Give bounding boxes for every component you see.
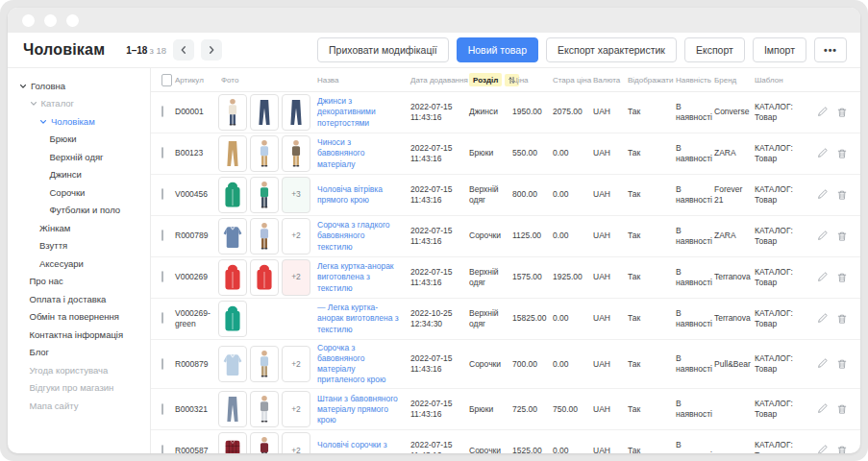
- more-photos-badge[interactable]: +2: [282, 391, 310, 427]
- product-photo[interactable]: [218, 177, 247, 213]
- edit-product-button[interactable]: [817, 148, 828, 159]
- delete-product-button[interactable]: [837, 272, 847, 283]
- sidebar-item-women[interactable]: Жінкам: [8, 219, 150, 237]
- sidebar-item-home[interactable]: Головна: [8, 77, 150, 95]
- product-photo[interactable]: [218, 301, 247, 337]
- table-row: D00001Джинси з декоративними потертостям…: [151, 92, 860, 133]
- product-photo[interactable]: [218, 432, 247, 453]
- product-name-link[interactable]: Легка куртка-анорак виготовлена з тексти…: [317, 261, 404, 293]
- next-page-button[interactable]: [201, 39, 222, 61]
- delete-product-button[interactable]: [837, 148, 847, 159]
- product-photo[interactable]: [218, 391, 247, 427]
- row-checkbox[interactable]: [161, 271, 163, 282]
- more-photos-badge[interactable]: +3: [282, 177, 310, 213]
- row-checkbox[interactable]: [161, 106, 163, 117]
- product-name-link[interactable]: Чоловічі сорочки з легкого текстилю: [317, 440, 404, 453]
- sidebar-item-accessories[interactable]: Аксесуари: [8, 255, 150, 273]
- delete-product-button[interactable]: [837, 313, 847, 325]
- product-photo[interactable]: [218, 259, 247, 296]
- more-photos-badge[interactable]: +2: [282, 432, 310, 453]
- sidebar-item-shirts[interactable]: Сорочки: [8, 183, 150, 202]
- select-all-checkbox[interactable]: [161, 74, 172, 86]
- product-photo[interactable]: [250, 346, 279, 382]
- edit-product-button[interactable]: [817, 107, 828, 118]
- window-control-dot[interactable]: [44, 14, 57, 27]
- row-checkbox[interactable]: [161, 312, 163, 324]
- sidebar-item-trousers[interactable]: Брюки: [8, 131, 150, 149]
- product-photo[interactable]: [250, 135, 279, 172]
- edit-product-button[interactable]: [817, 403, 828, 415]
- product-photo[interactable]: [218, 94, 247, 131]
- sidebar-item-contact-info[interactable]: Контактна інформація: [8, 326, 150, 344]
- more-actions-button[interactable]: •••: [814, 37, 847, 62]
- sidebar-item-sitemap[interactable]: Мапа сайту: [8, 397, 150, 415]
- more-photos-badge[interactable]: +2: [282, 259, 310, 296]
- row-checkbox[interactable]: [161, 188, 163, 200]
- row-checkbox[interactable]: [161, 403, 163, 415]
- product-name-link[interactable]: Сорочка з бавовняного матеріалу притален…: [317, 343, 404, 385]
- row-checkbox[interactable]: [161, 445, 163, 453]
- product-photo[interactable]: [250, 391, 279, 427]
- window-control-dot[interactable]: [66, 14, 79, 27]
- sidebar-item-shoes[interactable]: Взуття: [8, 237, 150, 255]
- delete-product-button[interactable]: [837, 403, 847, 415]
- sidebar-item-jeans[interactable]: Джинси: [8, 166, 150, 184]
- product-photo[interactable]: [250, 432, 279, 453]
- sidebar-item-label: Контактна інформація: [30, 329, 124, 340]
- product-photo[interactable]: [218, 346, 247, 382]
- export-button[interactable]: Експорт: [684, 37, 745, 62]
- column-header-section[interactable]: Розділ: [466, 73, 509, 86]
- sidebar-item-about-us[interactable]: Про нас: [8, 273, 150, 291]
- delete-product-button[interactable]: [837, 107, 847, 118]
- sidebar-item-tshirts-polo[interactable]: Футболки и поло: [8, 202, 150, 220]
- edit-product-button[interactable]: [817, 272, 828, 283]
- sidebar-item-exchange-returns[interactable]: Обмін та повернення: [8, 308, 150, 327]
- edit-product-button[interactable]: [817, 189, 828, 201]
- edit-product-button[interactable]: [817, 358, 828, 370]
- edit-product-button[interactable]: [817, 445, 828, 453]
- product-name-link[interactable]: Джинси з декоративними потертостями: [317, 96, 404, 128]
- more-photos-badge[interactable]: +2: [282, 346, 310, 382]
- delete-product-button[interactable]: [837, 230, 847, 242]
- delete-product-button[interactable]: [837, 445, 847, 453]
- sidebar-item-blog[interactable]: Блог: [8, 344, 150, 362]
- edit-product-button[interactable]: [817, 313, 828, 325]
- row-checkbox[interactable]: [161, 358, 163, 370]
- import-button[interactable]: Імпорт: [753, 37, 806, 62]
- sorted-column-label[interactable]: Розділ: [469, 73, 502, 86]
- sidebar-item-catalog[interactable]: Каталог: [8, 95, 150, 113]
- date-added: 2022-07-15 11:43:16: [408, 182, 466, 208]
- export-characteristics-button[interactable]: Експорт характеристик: [546, 37, 677, 62]
- delete-product-button[interactable]: [837, 189, 847, 201]
- sidebar-item-men[interactable]: Чоловікам: [8, 112, 150, 131]
- product-name-link[interactable]: Чоловіча вітрівка прямого крою: [317, 184, 404, 206]
- prev-page-button[interactable]: [173, 39, 194, 61]
- sidebar-item-user-agreement[interactable]: Угода користувача: [8, 361, 150, 379]
- row-checkbox[interactable]: [161, 230, 163, 241]
- sidebar-item-store-reviews[interactable]: Відгуки про магазин: [8, 379, 150, 398]
- sidebar-item-outerwear[interactable]: Верхній одяг: [8, 148, 150, 166]
- product-photo[interactable]: [282, 94, 310, 131]
- row-checkbox[interactable]: [161, 147, 163, 158]
- product-photo[interactable]: [250, 94, 279, 131]
- product-photo[interactable]: [218, 135, 247, 172]
- product-name-link[interactable]: Сорочка з гладкого бавовняного текстилю: [317, 220, 404, 252]
- product-photo[interactable]: [250, 218, 279, 255]
- sidebar-item-label: Верхній одяг: [50, 152, 104, 162]
- product-name-link[interactable]: Штани з бавовняного матеріалу прямого кр…: [317, 394, 404, 425]
- product-photo[interactable]: [250, 259, 279, 296]
- sidebar-item-payment-delivery[interactable]: Оплата і доставка: [8, 290, 150, 308]
- product-display-flag: Так: [625, 228, 673, 244]
- hide-modifications-button[interactable]: Приховати модифікації: [317, 37, 449, 62]
- product-photo[interactable]: [250, 177, 279, 213]
- more-photos-badge[interactable]: +2: [282, 218, 310, 255]
- column-header-sku: Артикул: [172, 76, 218, 85]
- window-control-dot[interactable]: [22, 14, 35, 27]
- product-name-link[interactable]: — Легка куртка-анорак виготовлена з текс…: [317, 303, 404, 334]
- product-name-link[interactable]: Чиноси з бавовняного матеріалу: [317, 137, 404, 169]
- delete-product-button[interactable]: [837, 358, 847, 370]
- new-product-button[interactable]: Новий товар: [457, 37, 538, 62]
- product-photo[interactable]: [282, 135, 310, 172]
- product-photo[interactable]: [218, 218, 247, 255]
- edit-product-button[interactable]: [817, 230, 828, 242]
